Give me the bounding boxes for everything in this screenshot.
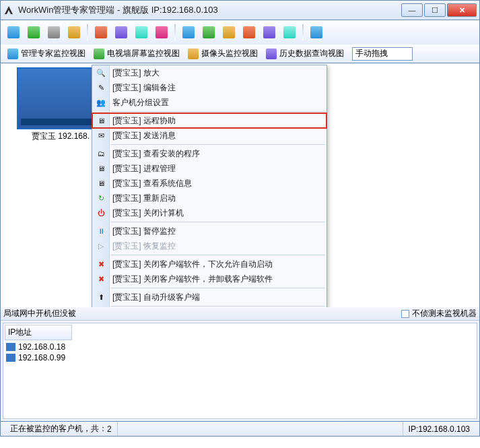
- computer-icon: [6, 354, 15, 362]
- save-icon: [263, 26, 275, 38]
- ip-value: 192.168.0.99: [18, 353, 65, 362]
- menu-item-icon: 🖥: [96, 163, 106, 174]
- context-menu: 🔍[贾宝玉] 放大✎[贾宝玉] 编辑备注👥客户机分组设置🖥[贾宝玉] 远程协助✉…: [92, 65, 327, 307]
- ip-row[interactable]: 192.168.0.18: [5, 342, 475, 352]
- menu-item[interactable]: ✖[贾宝玉] 关闭客户端软件，下次允许自动启动: [92, 257, 327, 271]
- menu-item-icon: ▷: [96, 241, 106, 251]
- menu-separator: [111, 255, 325, 255]
- toolbar-button-4[interactable]: [65, 24, 83, 41]
- menu-item[interactable]: ↻[贾宝玉] 重新启动: [92, 191, 327, 205]
- tab-tv-wall-view[interactable]: 电视墙屏幕监控视图: [91, 46, 182, 61]
- toolbar-separator: [87, 24, 88, 40]
- menu-item[interactable]: 🗂[贾宝玉] 查看安装的程序: [92, 146, 327, 161]
- toolbar-button-5[interactable]: [92, 24, 110, 41]
- menu-item[interactable]: ✖[贾宝玉] 关闭客户端软件，并卸载客户端软件: [92, 271, 327, 286]
- menu-item[interactable]: ✎[贾宝玉] 编辑备注: [92, 80, 327, 95]
- menu-item[interactable]: 👥客户机分组设置: [92, 95, 327, 110]
- menu-item-icon: 🖥: [96, 178, 106, 189]
- menu-item[interactable]: ⏸[贾宝玉] 暂停监控: [92, 224, 327, 238]
- screen-icon: [48, 26, 60, 38]
- status-count-value: 2: [107, 424, 112, 434]
- window-title: WorkWin管理专家管理端 - 旗舰版 IP:192.168.0.103: [18, 4, 400, 16]
- checkbox-icon[interactable]: [401, 310, 409, 318]
- toolbar-button-8[interactable]: [153, 24, 170, 41]
- menu-item-label: [贾宝玉] 远程协助: [112, 115, 176, 127]
- play-icon: [223, 26, 235, 38]
- menu-separator: [111, 222, 325, 222]
- ip-value: 192.168.0.18: [18, 342, 65, 352]
- menu-item[interactable]: 🔍[贾宝玉] 放大: [92, 65, 327, 80]
- help-icon: [310, 26, 322, 38]
- menu-item-icon: 👥: [96, 97, 106, 108]
- menu-item[interactable]: ⏻[贾宝玉] 关闭计算机: [92, 205, 327, 220]
- menu-item-label: [贾宝玉] 查看系统信息: [112, 178, 192, 189]
- record-icon: [243, 26, 255, 38]
- menu-item-label: [贾宝玉] 关闭客户端软件，下次允许自动启动: [112, 259, 273, 270]
- toolbar-button-6[interactable]: [112, 24, 130, 41]
- menu-item-label: [贾宝玉] 暂停监控: [112, 226, 176, 237]
- menu-item-icon: ⏸: [96, 226, 106, 236]
- users-icon: [68, 26, 80, 38]
- menu-item-icon: ⬆: [96, 292, 106, 302]
- camera-icon: [115, 26, 127, 38]
- toolbar-separator: [302, 24, 304, 40]
- menu-item[interactable]: 🖥[贾宝玉] 远程协助: [92, 113, 327, 128]
- toolbar-button-1[interactable]: [5, 24, 22, 41]
- main-area: 贾宝玉 192.168. 🔍[贾宝玉] 放大✎[贾宝玉] 编辑备注👥客户机分组设…: [0, 63, 480, 307]
- main-toolbar: [0, 20, 480, 44]
- monitor-icon: [7, 26, 20, 38]
- detect-checkbox-group[interactable]: 不侦测未监视机器: [401, 308, 477, 319]
- ip-row[interactable]: 192.168.0.99: [5, 352, 475, 363]
- menu-item-label: [贾宝玉] 自动升级客户端: [112, 292, 200, 303]
- column-header-ip[interactable]: IP地址: [5, 325, 72, 340]
- lower-panel: 局域网中开机但没被 不侦测未监视机器 IP地址 192.168.0.18192.…: [0, 307, 480, 422]
- menu-item-icon: ✖: [96, 259, 106, 269]
- toolbar-button-2[interactable]: [25, 24, 42, 41]
- toolbar-button-10[interactable]: [200, 24, 217, 41]
- menu-separator: [111, 144, 325, 145]
- menu-separator: [111, 111, 325, 112]
- ip-list-panel: IP地址 192.168.0.18192.168.0.99: [3, 323, 477, 419]
- menu-item-label: [贾宝玉] 重新启动: [112, 193, 176, 204]
- tv-icon: [203, 26, 215, 38]
- tab-camera-view[interactable]: 摄像头监控视图: [185, 46, 261, 61]
- menu-item-icon: ↻: [96, 193, 106, 203]
- menu-item[interactable]: 🖥[贾宝玉] 查看系统信息: [92, 176, 327, 191]
- menu-item[interactable]: ✉[贾宝玉] 发送消息: [92, 128, 327, 143]
- tab-label: 电视墙屏幕监控视图: [107, 48, 180, 59]
- menu-item-icon: 🖥: [96, 115, 106, 126]
- camera-icon: [188, 49, 199, 59]
- menu-item[interactable]: 🖥[贾宝玉] 进程管理: [92, 161, 327, 176]
- toolbar-button-11[interactable]: [220, 24, 238, 41]
- menu-item-icon: 🔍: [96, 67, 106, 78]
- close-button[interactable]: [447, 3, 477, 17]
- status-client-count: 正在被监控的客户机，共： 2: [5, 422, 118, 436]
- menu-separator: [111, 288, 325, 288]
- tab-label: 历史数据查询视图: [279, 48, 344, 59]
- maximize-button[interactable]: [424, 3, 446, 17]
- view-toolbar: 管理专家监控视图 电视墙屏幕监控视图 摄像头监控视图 历史数据查询视图 手动拖拽: [0, 44, 480, 63]
- menu-item-label: [贾宝玉] 进程管理: [112, 163, 176, 174]
- toolbar-button-3[interactable]: [45, 24, 63, 41]
- minimize-button[interactable]: [401, 3, 423, 17]
- menu-item[interactable]: ⬆[贾宝玉] 自动升级客户端: [92, 290, 327, 305]
- select-value: 手动拖拽: [355, 48, 388, 59]
- tab-expert-monitor-view[interactable]: 管理专家监控视图: [5, 46, 88, 61]
- toolbar-button-9[interactable]: [180, 24, 197, 41]
- tab-history-view[interactable]: 历史数据查询视图: [263, 46, 347, 61]
- toolbar-button-13[interactable]: [261, 24, 278, 41]
- toolbar-separator: [174, 24, 176, 40]
- lock-icon: [95, 26, 107, 38]
- status-ip: IP:192.168.0.103: [403, 422, 475, 436]
- toolbar-button-7[interactable]: [133, 24, 150, 41]
- history-icon: [266, 49, 277, 59]
- lower-header-title: 局域网中开机但没被: [3, 308, 76, 319]
- toolbar-button-15[interactable]: [308, 24, 325, 41]
- toolbar-button-12[interactable]: [240, 24, 258, 41]
- drag-mode-select[interactable]: 手动拖拽: [352, 47, 413, 61]
- note-icon: [156, 26, 168, 38]
- menu-item-icon: 🗂: [96, 148, 106, 159]
- toolbar-button-14[interactable]: [281, 24, 298, 41]
- window-buttons: [400, 3, 477, 17]
- computer-icon: [6, 343, 15, 351]
